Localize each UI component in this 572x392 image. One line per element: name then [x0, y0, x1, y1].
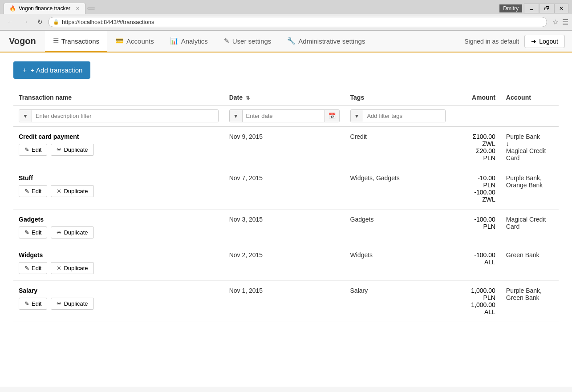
nav-item-transactions[interactable]: ☰ Transactions	[45, 31, 107, 53]
currency-line: ZWL	[456, 196, 495, 203]
tags-filter-input[interactable]	[363, 110, 445, 122]
user-settings-icon: ✎	[224, 37, 230, 45]
transaction-date: Nov 9, 2015	[229, 133, 263, 140]
transaction-date-cell: Nov 7, 2015	[224, 168, 345, 210]
edit-button[interactable]: ✎ Edit	[19, 226, 47, 238]
transaction-account: Purple Bank↓Magical Credit Card	[506, 133, 553, 162]
nav-item-admin-settings[interactable]: 🔧 Administrative settings	[279, 31, 373, 53]
duplicate-button[interactable]: ✳ Duplicate	[51, 298, 93, 310]
date-filter-input[interactable]	[243, 110, 325, 122]
table-row: Widgets ✎ Edit ✳ Duplicate Nov 2, 2015Wi…	[13, 245, 559, 281]
back-button[interactable]: ←	[4, 16, 17, 27]
nav-item-user-settings[interactable]: ✎ User settings	[216, 31, 280, 53]
edit-icon: ✎	[24, 300, 29, 307]
app-navbar: Vogon ☰ Transactions 💳 Accounts 📊 Analyt…	[0, 31, 572, 53]
new-tab-button[interactable]	[87, 7, 95, 10]
plus-icon: ＋	[21, 66, 28, 74]
close-window-button[interactable]: ✕	[554, 4, 568, 13]
description-filter-input[interactable]	[32, 110, 218, 122]
nav-admin-settings-label: Administrative settings	[298, 37, 365, 45]
currency-line: PLN	[456, 223, 495, 230]
name-filter-icon-btn[interactable]: ▼	[19, 110, 32, 122]
transaction-name: Widgets	[19, 251, 219, 259]
transaction-name: Stuff	[19, 174, 219, 182]
nav-item-analytics[interactable]: 📊 Analytics	[162, 31, 216, 53]
add-transaction-label: + Add transaction	[31, 66, 82, 74]
bookmark-icon[interactable]: ☆	[552, 18, 559, 26]
transaction-name-cell: Widgets ✎ Edit ✳ Duplicate	[13, 245, 224, 281]
currency-line: PLN	[456, 294, 495, 301]
duplicate-button[interactable]: ✳ Duplicate	[51, 185, 93, 197]
nav-item-accounts[interactable]: 💳 Accounts	[107, 31, 162, 53]
edit-button[interactable]: ✎ Edit	[19, 298, 47, 310]
edit-icon: ✎	[24, 265, 29, 271]
row-actions: ✎ Edit ✳ Duplicate	[19, 298, 219, 310]
tab-title: Vogon finance tracker	[19, 5, 70, 12]
edit-label: Edit	[32, 229, 41, 236]
browser-chrome: 🔥 Vogon finance tracker ✕ Dmitry 🗕 🗗 ✕ ←…	[0, 0, 572, 31]
transaction-account-cell: Purple Bank, Green Bank	[501, 281, 559, 322]
minimize-button[interactable]: 🗕	[524, 4, 539, 13]
maximize-button[interactable]: 🗗	[539, 4, 554, 13]
amount-line: Σ100.00	[456, 133, 495, 140]
menu-icon[interactable]: ☰	[562, 18, 568, 26]
tab-bar: 🔥 Vogon finance tracker ✕ Dmitry 🗕 🗗 ✕	[0, 0, 572, 14]
refresh-button[interactable]: ↻	[34, 16, 46, 27]
duplicate-label: Duplicate	[64, 146, 88, 153]
address-bar[interactable]: 🔒 https://localhost:8443/#/transactions	[48, 17, 547, 27]
tab-favicon: 🔥	[9, 5, 16, 12]
filter-account-cell	[501, 106, 559, 127]
edit-button[interactable]: ✎ Edit	[19, 185, 47, 197]
nav-analytics-label: Analytics	[181, 37, 208, 45]
nav-items: ☰ Transactions 💳 Accounts 📊 Analytics ✎ …	[45, 31, 457, 52]
th-date[interactable]: Date ⇅	[224, 89, 345, 106]
duplicate-button[interactable]: ✳ Duplicate	[51, 226, 93, 238]
duplicate-button[interactable]: ✳ Duplicate	[51, 262, 93, 274]
calendar-icon-btn[interactable]: 📅	[325, 110, 339, 122]
url-text: https://localhost:8443/#/transactions	[62, 19, 154, 25]
transaction-date-cell: Nov 3, 2015	[224, 210, 345, 245]
transaction-date-cell: Nov 1, 2015	[224, 281, 345, 322]
transaction-date: Nov 3, 2015	[229, 216, 263, 223]
forward-button[interactable]: →	[19, 16, 32, 27]
edit-label: Edit	[32, 265, 41, 271]
duplicate-icon: ✳	[57, 188, 61, 194]
filter-name-cell: ▼	[13, 106, 224, 127]
tags-filter-icon-btn[interactable]: ▼	[351, 110, 364, 122]
transaction-date: Nov 7, 2015	[229, 174, 263, 182]
transaction-tags-cell: Widgets	[345, 245, 451, 281]
edit-button[interactable]: ✎ Edit	[19, 144, 47, 156]
transaction-tags-cell: Credit	[345, 126, 451, 168]
duplicate-icon: ✳	[57, 229, 61, 236]
active-tab[interactable]: 🔥 Vogon finance tracker ✕	[4, 3, 85, 14]
transaction-account: Green Bank	[506, 251, 553, 259]
transaction-amount: Σ100.00ZWLΣ20.00PLN	[456, 133, 495, 162]
transaction-name: Gadgets	[19, 216, 219, 223]
duplicate-label: Duplicate	[64, 229, 88, 236]
sort-icon: ⇅	[246, 95, 250, 101]
account-name: Green Bank	[506, 251, 540, 259]
table-row: Gadgets ✎ Edit ✳ Duplicate Nov 3, 2015Ga…	[13, 210, 559, 245]
currency-line: ZWL	[456, 140, 495, 147]
row-actions: ✎ Edit ✳ Duplicate	[19, 262, 219, 274]
amount-line: 1,000.00	[456, 301, 495, 308]
edit-button[interactable]: ✎ Edit	[19, 262, 47, 274]
add-transaction-button[interactable]: ＋ + Add transaction	[13, 61, 90, 79]
currency-line: ALL	[456, 308, 495, 315]
date-filter-icon-btn[interactable]: ▼	[230, 110, 243, 122]
th-amount: Amount	[451, 89, 500, 106]
tab-close-btn[interactable]: ✕	[76, 6, 80, 12]
transaction-name-cell: Gadgets ✎ Edit ✳ Duplicate	[13, 210, 224, 245]
transaction-tags: Salary	[350, 287, 368, 294]
user-badge: Dmitry	[499, 4, 522, 12]
duplicate-label: Duplicate	[64, 300, 88, 307]
transaction-account: Purple Bank, Orange Bank	[506, 174, 553, 189]
duplicate-button[interactable]: ✳ Duplicate	[51, 144, 93, 156]
transactions-table: Transaction name Date ⇅ Tags Amount Acco…	[13, 89, 559, 322]
amount-line: -100.00	[456, 189, 495, 196]
transaction-tags-cell: Salary	[345, 281, 451, 322]
analytics-icon: 📊	[170, 37, 178, 45]
account-name: Magical Credit Card	[506, 216, 546, 230]
logout-button[interactable]: ➜ Logout	[524, 35, 565, 48]
duplicate-label: Duplicate	[64, 188, 88, 194]
